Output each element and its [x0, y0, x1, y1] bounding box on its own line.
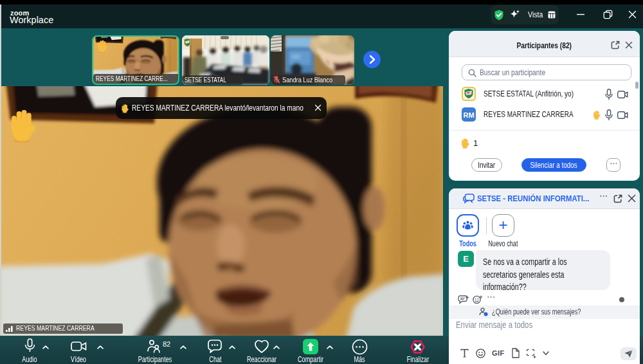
svg-text:RM: RM — [463, 111, 474, 119]
